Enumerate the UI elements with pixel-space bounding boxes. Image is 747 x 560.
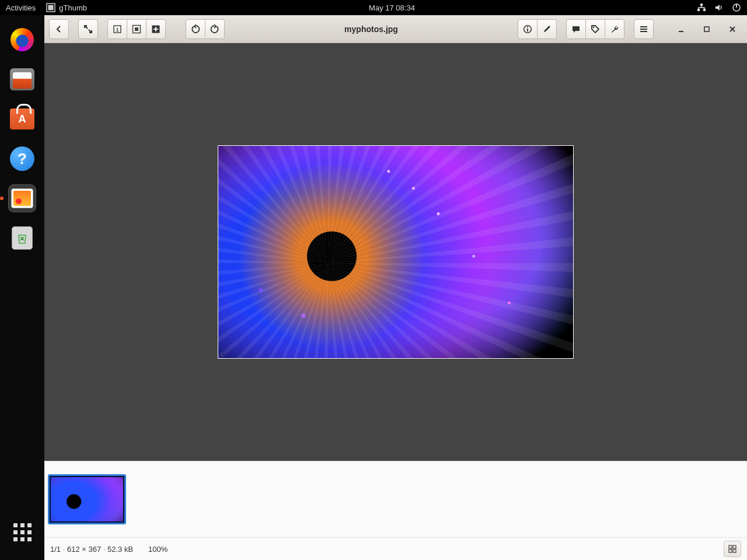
edit-button[interactable] (537, 19, 557, 39)
svg-rect-17 (704, 27, 709, 32)
properties-button[interactable] (518, 19, 537, 39)
tools-button[interactable] (605, 19, 624, 39)
window-maximize-button[interactable] (697, 19, 717, 39)
trash-icon (12, 226, 33, 250)
back-button[interactable] (49, 19, 69, 39)
svg-rect-18 (729, 545, 732, 548)
svg-rect-20 (729, 550, 732, 552)
svg-rect-21 (733, 550, 736, 552)
svg-rect-1 (48, 5, 54, 10)
firefox-icon (11, 28, 34, 51)
status-bar: 1/1612 × 36752.3 kB 100% (44, 537, 747, 560)
svg-rect-19 (733, 545, 736, 548)
appmenu-label: gThumb (59, 4, 87, 12)
network-status-icon[interactable] (697, 3, 706, 12)
svg-text:1: 1 (116, 27, 118, 33)
window-close-button[interactable] (722, 19, 742, 39)
power-status-icon[interactable] (732, 3, 741, 12)
gthumb-window: 1 myphotos.jpg (44, 15, 747, 560)
thumbnail-item[interactable] (48, 474, 126, 524)
window-minimize-button[interactable] (671, 19, 691, 39)
status-position: 1/1 (50, 545, 61, 554)
headerbar-title: myphotos.jpg (231, 24, 512, 34)
svg-point-13 (527, 26, 528, 27)
show-applications-button[interactable] (11, 520, 34, 544)
zoom-original-button[interactable]: 1 (107, 19, 127, 39)
svg-rect-2 (700, 4, 703, 6)
status-file-info: 1/1612 × 36752.3 kB (50, 545, 133, 554)
gnome-top-bar: Activities gThumb May 17 08:34 (0, 0, 747, 15)
gthumb-menu-icon (46, 3, 55, 12)
thumbnail-grid-toggle-button[interactable] (724, 541, 741, 557)
appmenu-button[interactable]: gThumb (46, 3, 87, 12)
zoom-in-button[interactable] (146, 19, 166, 39)
volume-status-icon[interactable] (714, 3, 724, 12)
comment-button[interactable] (566, 19, 586, 39)
status-dimensions: 612 × 367 (61, 545, 101, 554)
help-icon: ? (10, 146, 34, 171)
svg-rect-3 (697, 9, 700, 11)
svg-rect-4 (703, 9, 706, 11)
dock-help[interactable]: ? (8, 145, 36, 173)
dock-firefox[interactable] (8, 26, 36, 54)
status-filesize: 52.3 kB (101, 545, 133, 554)
software-store-icon (10, 108, 34, 130)
zoom-fit-button[interactable] (127, 19, 146, 39)
svg-rect-14 (527, 29, 528, 32)
ubuntu-dock: ? (0, 15, 44, 560)
clock-label[interactable]: May 17 08:34 (369, 4, 415, 12)
image-viewer-area[interactable] (44, 43, 747, 461)
rotate-left-button[interactable] (186, 19, 205, 39)
dock-gthumb[interactable] (8, 184, 36, 212)
fullscreen-button[interactable] (78, 19, 98, 39)
thumbnail-image (51, 477, 123, 522)
svg-point-15 (593, 26, 595, 28)
headerbar: 1 myphotos.jpg (44, 15, 747, 43)
gthumb-icon (11, 188, 33, 208)
dock-software[interactable] (8, 105, 36, 133)
files-icon (10, 68, 34, 90)
svg-rect-10 (135, 27, 138, 31)
hamburger-menu-button[interactable] (634, 19, 654, 39)
rotate-right-button[interactable] (205, 19, 225, 39)
status-zoom: 100% (148, 545, 167, 554)
tags-button[interactable] (585, 19, 605, 39)
dock-files[interactable] (8, 65, 36, 93)
displayed-image (218, 145, 574, 359)
activities-button[interactable]: Activities (6, 4, 36, 12)
dock-trash[interactable] (8, 224, 36, 252)
thumbnail-filmstrip (44, 461, 747, 537)
